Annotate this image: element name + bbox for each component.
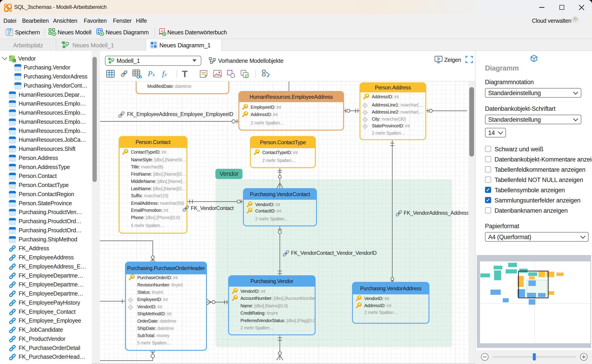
svg-text:L: L [13,59,15,62]
svg-text:L: L [246,75,247,78]
svg-text:D: D [161,30,163,33]
